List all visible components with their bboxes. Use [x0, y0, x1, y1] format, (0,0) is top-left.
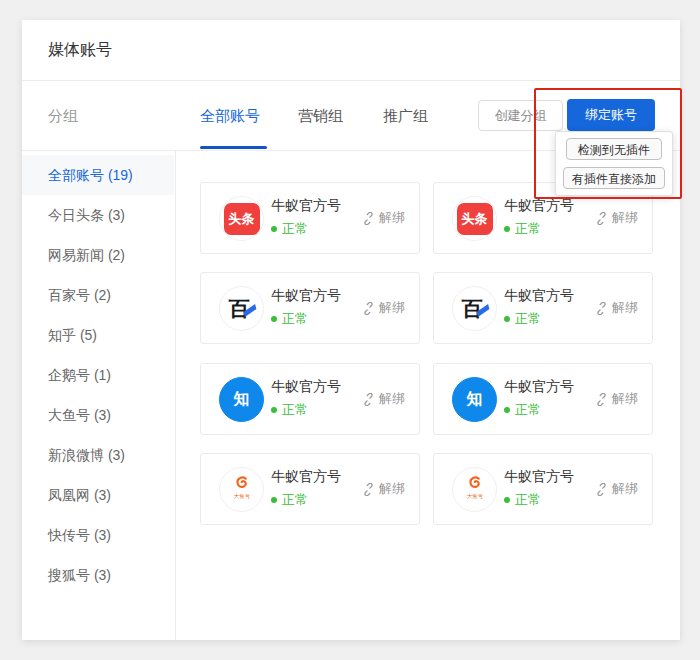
- tab-marketing-group[interactable]: 营销组: [298, 107, 343, 126]
- status-dot-icon: [271, 316, 277, 322]
- unbind-link[interactable]: 解绑: [362, 480, 405, 498]
- status-dot-icon: [504, 316, 510, 322]
- account-status: 正常: [271, 220, 308, 238]
- link-icon: [362, 302, 375, 315]
- account-card: 百 牛蚁官方号 正常 解绑: [200, 272, 420, 344]
- header-divider: [22, 80, 680, 81]
- account-status: 正常: [504, 310, 541, 328]
- sidebar-item-weibo[interactable]: 新浪微博 (3): [22, 435, 174, 475]
- link-icon: [362, 212, 375, 225]
- status-dot-icon: [271, 497, 277, 503]
- account-card: 大鱼号 牛蚁官方号 正常 解绑: [200, 453, 420, 525]
- group-section-label: 分组: [48, 107, 78, 126]
- status-dot-icon: [504, 226, 510, 232]
- tab-all-accounts[interactable]: 全部账号: [200, 107, 260, 126]
- sidebar-item-dayu[interactable]: 大鱼号 (3): [22, 395, 174, 435]
- account-name: 牛蚁官方号: [504, 197, 574, 215]
- toutiao-icon: 头条: [219, 196, 264, 241]
- sidebar-item-all-accounts[interactable]: 全部账号 (19): [22, 155, 174, 195]
- account-name: 牛蚁官方号: [504, 468, 574, 486]
- account-card: 知 牛蚁官方号 正常 解绑: [200, 363, 420, 435]
- status-dot-icon: [271, 226, 277, 232]
- account-status: 正常: [504, 491, 541, 509]
- account-name: 牛蚁官方号: [271, 468, 341, 486]
- sidebar-item-souhu[interactable]: 搜狐号 (3): [22, 555, 174, 595]
- link-icon: [362, 483, 375, 496]
- sidebar-item-netease[interactable]: 网易新闻 (2): [22, 235, 174, 275]
- account-status: 正常: [271, 491, 308, 509]
- link-icon: [362, 393, 375, 406]
- baijiahao-icon: 百: [219, 286, 264, 331]
- link-icon: [595, 212, 608, 225]
- sidebar-item-toutiao[interactable]: 今日头条 (3): [22, 195, 174, 235]
- zhihu-icon: 知: [452, 377, 497, 422]
- zhihu-icon: 知: [219, 377, 264, 422]
- tab-promotion-group[interactable]: 推广组: [383, 107, 428, 126]
- account-card: 大鱼号 牛蚁官方号 正常 解绑: [433, 453, 653, 525]
- unbind-link[interactable]: 解绑: [595, 299, 638, 317]
- create-group-button[interactable]: 创建分组: [478, 100, 563, 131]
- media-account-page: 媒体账号 分组 全部账号 营销组 推广组 创建分组 绑定账号 全部账号 (19)…: [0, 0, 700, 660]
- dayu-icon: 大鱼号: [452, 467, 497, 512]
- bind-account-dropdown: 检测到无插件 有插件直接添加: [555, 131, 673, 196]
- unbind-link[interactable]: 解绑: [362, 390, 405, 408]
- sidebar-item-qiehao[interactable]: 企鹅号 (1): [22, 355, 174, 395]
- dayu-icon: 大鱼号: [219, 467, 264, 512]
- account-name: 牛蚁官方号: [504, 287, 574, 305]
- dayu-swirl-icon: [465, 474, 485, 494]
- sidebar-item-zhihu[interactable]: 知乎 (5): [22, 315, 174, 355]
- add-with-plugin-button[interactable]: 有插件直接添加: [563, 167, 665, 189]
- sidebar-item-ifeng[interactable]: 凤凰网 (3): [22, 475, 174, 515]
- account-status: 正常: [504, 220, 541, 238]
- account-card: 知 牛蚁官方号 正常 解绑: [433, 363, 653, 435]
- account-card: 百 牛蚁官方号 正常 解绑: [433, 272, 653, 344]
- sidebar-item-baijiahao[interactable]: 百家号 (2): [22, 275, 174, 315]
- unbind-link[interactable]: 解绑: [595, 480, 638, 498]
- active-tab-underline: [200, 146, 267, 149]
- unbind-link[interactable]: 解绑: [362, 299, 405, 317]
- bind-account-button[interactable]: 绑定账号: [567, 99, 655, 131]
- baijiahao-icon: 百: [452, 286, 497, 331]
- unbind-link[interactable]: 解绑: [362, 209, 405, 227]
- page-title: 媒体账号: [48, 40, 112, 61]
- account-name: 牛蚁官方号: [504, 378, 574, 396]
- toutiao-icon: 头条: [452, 196, 497, 241]
- status-dot-icon: [271, 407, 277, 413]
- no-plugin-detected-button[interactable]: 检测到无插件: [566, 138, 662, 160]
- account-name: 牛蚁官方号: [271, 287, 341, 305]
- account-name: 牛蚁官方号: [271, 197, 341, 215]
- account-card: 头条 牛蚁官方号 正常 解绑: [200, 182, 420, 254]
- status-dot-icon: [504, 497, 510, 503]
- account-status: 正常: [271, 401, 308, 419]
- account-status: 正常: [271, 310, 308, 328]
- account-status: 正常: [504, 401, 541, 419]
- unbind-link[interactable]: 解绑: [595, 390, 638, 408]
- sidebar-item-kuaichuan[interactable]: 快传号 (3): [22, 515, 174, 555]
- account-name: 牛蚁官方号: [271, 378, 341, 396]
- dayu-swirl-icon: [232, 474, 252, 494]
- link-icon: [595, 302, 608, 315]
- status-dot-icon: [504, 407, 510, 413]
- link-icon: [595, 393, 608, 406]
- unbind-link[interactable]: 解绑: [595, 209, 638, 227]
- link-icon: [595, 483, 608, 496]
- sidebar-divider: [175, 151, 176, 640]
